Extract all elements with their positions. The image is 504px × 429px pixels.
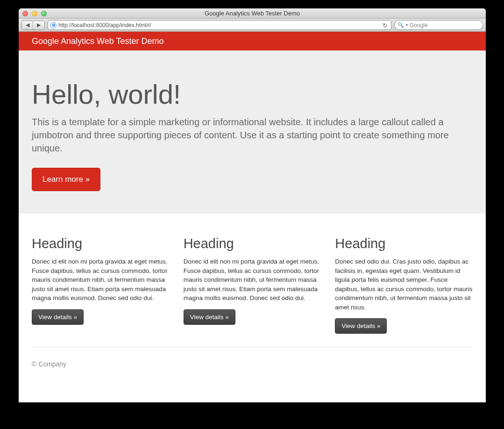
search-icon: 🔍 bbox=[398, 22, 404, 28]
view-details-button[interactable]: View details » bbox=[335, 318, 387, 334]
close-window-button[interactable] bbox=[22, 11, 28, 16]
zoom-window-button[interactable] bbox=[41, 11, 47, 16]
columns-row: Heading Donec id elit non mi porta gravi… bbox=[32, 214, 473, 347]
minimize-window-button[interactable] bbox=[32, 11, 37, 16]
nav-buttons: ◀ ▶ bbox=[21, 21, 45, 30]
column-heading: Heading bbox=[335, 236, 473, 251]
window-title: Google Analytics Web Tester Demo bbox=[19, 10, 486, 17]
browser-window: Google Analytics Web Tester Demo ◀ ▶ htt… bbox=[19, 8, 486, 402]
content-container: Heading Donec id elit non mi porta gravi… bbox=[19, 214, 486, 347]
column-heading: Heading bbox=[32, 236, 170, 251]
reload-icon[interactable]: ↻ bbox=[383, 22, 389, 29]
chevron-down-icon: ▾ bbox=[406, 23, 408, 27]
footer: © Company bbox=[19, 347, 486, 381]
search-placeholder: Google bbox=[410, 22, 428, 29]
column-heading: Heading bbox=[184, 236, 321, 251]
column-2: Heading Donec id elit non mi porta gravi… bbox=[184, 236, 321, 334]
navbar-brand[interactable]: Google Analytics Web Tester Demo bbox=[32, 36, 163, 46]
view-details-button[interactable]: View details » bbox=[184, 309, 235, 325]
column-text: Donec id elit non mi porta gravida at eg… bbox=[184, 257, 321, 303]
column-text: Donec id elit non mi porta gravida at eg… bbox=[32, 257, 170, 303]
column-3: Heading Donec sed odio dui. Cras justo o… bbox=[335, 236, 473, 334]
jumbotron-title: Hello, world! bbox=[32, 79, 473, 110]
search-bar[interactable]: 🔍 ▾ Google bbox=[394, 20, 483, 30]
jumbotron-lead: This is a template for a simple marketin… bbox=[32, 115, 473, 155]
favicon-icon bbox=[50, 22, 57, 29]
url-text: http://localhost:8000/app/index.html#/ bbox=[58, 22, 381, 29]
browser-toolbar: ◀ ▶ http://localhost:8000/app/index.html… bbox=[19, 19, 486, 32]
traffic-lights bbox=[19, 11, 47, 16]
page-viewport: Google Analytics Web Tester Demo Hello, … bbox=[19, 32, 486, 402]
url-bar[interactable]: http://localhost:8000/app/index.html#/ ↻ bbox=[48, 20, 391, 30]
jumbotron: Hello, world! This is a template for a s… bbox=[19, 50, 486, 214]
titlebar: Google Analytics Web Tester Demo bbox=[19, 8, 486, 19]
view-details-button[interactable]: View details » bbox=[32, 309, 84, 325]
column-1: Heading Donec id elit non mi porta gravi… bbox=[32, 236, 170, 334]
forward-button[interactable]: ▶ bbox=[33, 21, 44, 29]
column-text: Donec sed odio dui. Cras justo odio, dap… bbox=[335, 257, 473, 312]
site-navbar: Google Analytics Web Tester Demo bbox=[19, 32, 486, 50]
copyright-text: © Company bbox=[32, 360, 66, 368]
learn-more-button[interactable]: Learn more » bbox=[32, 168, 100, 191]
back-button[interactable]: ◀ bbox=[22, 21, 33, 29]
